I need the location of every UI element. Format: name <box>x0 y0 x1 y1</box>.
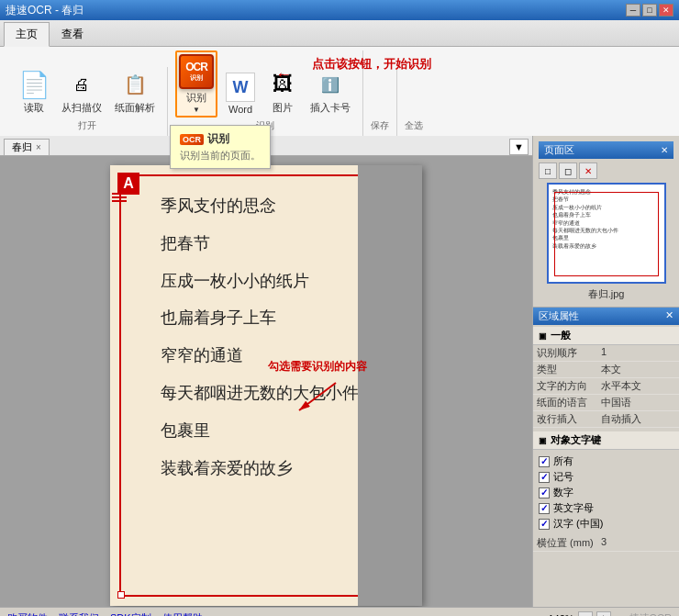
help-link[interactable]: 使用帮助 <box>162 611 203 616</box>
recognize-buttons: OCR 识别 识别 ▼ W Word 🖼 图片 <box>175 50 355 118</box>
tooltip-popup: OCR 识别 识别当前的页面。 <box>170 125 271 169</box>
zoom-out-button[interactable]: ─ <box>578 611 593 617</box>
cb-symbol-box[interactable] <box>539 472 550 483</box>
props-row-language: 纸面的语言 中国语 <box>533 395 679 411</box>
tab-bar-right: ▼ <box>509 139 529 155</box>
cb-chinese: 汉字 (中国) <box>539 516 673 532</box>
svg-line-1 <box>299 383 336 410</box>
contact-us-link[interactable]: 联系我们 <box>59 611 99 616</box>
thumb-selection-box <box>554 192 659 276</box>
tab-close-button[interactable]: × <box>36 142 41 152</box>
image-button[interactable]: 🖼 图片 <box>263 67 302 118</box>
zone-properties-panel: 区域属性 ✕ ▣ 一般 识别顺序 1 类型 本文 文字的方向 <box>533 307 679 607</box>
props-row-type: 类型 本文 <box>533 362 679 378</box>
props-row-order: 识别顺序 1 <box>533 345 679 362</box>
props-row-position: 横位置 (mm) 3 <box>533 535 679 552</box>
card-button[interactable]: ℹ️ 插入卡号 <box>306 67 355 118</box>
page-thumbnail: 季风支付的思念 把春节 压成一枚小小的纸片 也扁着身子上车 窄窄的通道 每天都咽… <box>547 183 666 284</box>
props-row-insert: 改行插入 自动插入 <box>533 411 679 428</box>
text-region-icon: A <box>117 173 139 195</box>
cb-alphabet: 英文字母 <box>539 500 673 516</box>
word-icon: W <box>226 73 255 102</box>
window-controls: ─ □ ✕ <box>626 4 673 17</box>
image-icon: 🖼 <box>268 70 297 99</box>
cb-all-box[interactable] <box>539 456 550 467</box>
target-chars-title: ▣ 对象文字键 <box>533 431 679 450</box>
target-chars-toggle[interactable]: ▣ <box>539 436 547 445</box>
scan-label: 从扫描仪 <box>61 101 102 115</box>
zone-props-title: 区域属性 <box>539 309 579 323</box>
zoom-in-button[interactable]: + <box>596 611 611 617</box>
scan-icon: 🖨 <box>67 70 96 99</box>
minimize-button[interactable]: ─ <box>626 4 640 17</box>
page-margin-right <box>358 165 422 606</box>
thumb-ctrl-1[interactable]: □ <box>539 162 557 179</box>
selection-annotation: 勾选需要识别的内容 <box>268 359 367 415</box>
target-chars-section: ▣ 对象文字键 所有 记号 数字 <box>533 430 679 554</box>
document-tab-name: 春归 <box>12 140 32 154</box>
read-label: 读取 <box>24 101 44 115</box>
general-section: ▣ 一般 识别顺序 1 类型 本文 文字的方向 水平本文 纸面的语言 中国语 <box>533 325 679 430</box>
page-thumb-controls: □ ◻ ✕ <box>539 162 673 179</box>
handle-bl[interactable] <box>117 591 125 599</box>
open-buttons: 📄 读取 🖨 从扫描仪 📋 纸面解析 <box>15 67 160 118</box>
zone-props-header: 区域属性 ✕ <box>533 308 679 325</box>
page-region-close[interactable]: ✕ <box>661 145 668 155</box>
ocr-icon: OCR 识别 <box>179 54 214 89</box>
watermark-text: 捷速OCR <box>629 611 672 616</box>
page-nav-dropdown[interactable]: ▼ <box>509 139 529 155</box>
status-bar: 购买软件 联系我们 SDK定制 使用帮助 142% ─ + 捷速OCR <box>0 607 679 616</box>
zoom-level: 142% <box>548 613 573 617</box>
tab-view[interactable]: 查看 <box>50 22 95 46</box>
left-panel: 春归 × ▼ A <box>0 136 532 607</box>
cb-alphabet-box[interactable] <box>539 503 550 514</box>
zone-props-close[interactable]: ✕ <box>665 309 673 323</box>
document-page: A 季风支付的思念 <box>110 165 422 606</box>
maximize-button[interactable]: □ <box>642 4 657 17</box>
cb-all: 所有 <box>539 454 673 469</box>
page-parse-button[interactable]: 📋 纸面解析 <box>110 67 160 118</box>
word-label: Word <box>228 104 252 115</box>
zoom-controls: 142% ─ + <box>548 611 610 617</box>
ribbon-group-save: 保存 <box>363 70 397 136</box>
card-label: 插入卡号 <box>310 101 351 115</box>
cb-number: 数字 <box>539 485 673 500</box>
ribbon-group-recognize: OCR 识别 识别 ▼ W Word 🖼 图片 <box>168 50 363 136</box>
tab-home[interactable]: 主页 <box>4 22 50 47</box>
props-row-direction: 文字的方向 水平本文 <box>533 378 679 395</box>
ribbon-group-selectall: 全选 <box>397 70 430 136</box>
right-panel: 页面区 ✕ □ ◻ ✕ 季风支付的思念 把春节 压成一枚小小的纸片 也扁着身子上… <box>532 136 679 607</box>
page-region-area: 页面区 ✕ □ ◻ ✕ 季风支付的思念 把春节 压成一枚小小的纸片 也扁着身子上… <box>533 136 679 307</box>
cb-chinese-box[interactable] <box>539 519 550 530</box>
close-button[interactable]: ✕ <box>659 4 673 17</box>
ocr-dropdown-arrow: ▼ <box>193 106 200 114</box>
read-button[interactable]: 📄 读取 <box>15 67 53 118</box>
app-title: 捷速OCR - 春归 <box>6 3 83 18</box>
thumb-ctrl-2[interactable]: ◻ <box>559 162 577 179</box>
word-button[interactable]: W Word <box>221 70 260 118</box>
main-area: 春归 × ▼ A <box>0 136 679 607</box>
checkbox-section: 所有 记号 数字 英文字母 <box>533 450 679 535</box>
sdk-link[interactable]: SDK定制 <box>110 611 151 616</box>
page-parse-icon: 📋 <box>120 70 150 99</box>
scan-button[interactable]: 🖨 从扫描仪 <box>57 67 106 118</box>
read-icon: 📄 <box>19 70 49 99</box>
thumbnail-filename: 春归.jpg <box>539 287 673 301</box>
cb-number-box[interactable] <box>539 487 550 498</box>
page-region-title: 页面区 <box>544 143 574 157</box>
ocr-button[interactable]: OCR 识别 识别 ▼ <box>175 50 217 118</box>
page-region-header: 页面区 ✕ <box>539 141 673 159</box>
tooltip-desc: 识别当前的页面。 <box>180 149 261 162</box>
thumb-ctrl-delete[interactable]: ✕ <box>579 162 597 179</box>
open-group-label: 打开 <box>78 118 96 136</box>
buy-software-link[interactable]: 购买软件 <box>7 611 48 616</box>
document-viewer[interactable]: A 季风支付的思念 <box>0 156 532 607</box>
tooltip-title: OCR 识别 <box>180 131 261 147</box>
title-bar: 捷速OCR - 春归 ─ □ ✕ <box>0 0 679 20</box>
page-parse-label: 纸面解析 <box>115 101 155 115</box>
document-tab[interactable]: 春归 × <box>4 139 50 155</box>
selection-arrow <box>290 378 345 415</box>
ribbon-content: 📄 读取 🖨 从扫描仪 📋 纸面解析 打开 OCR <box>0 47 679 136</box>
image-label: 图片 <box>273 101 293 115</box>
general-toggle[interactable]: ▣ <box>539 331 547 341</box>
